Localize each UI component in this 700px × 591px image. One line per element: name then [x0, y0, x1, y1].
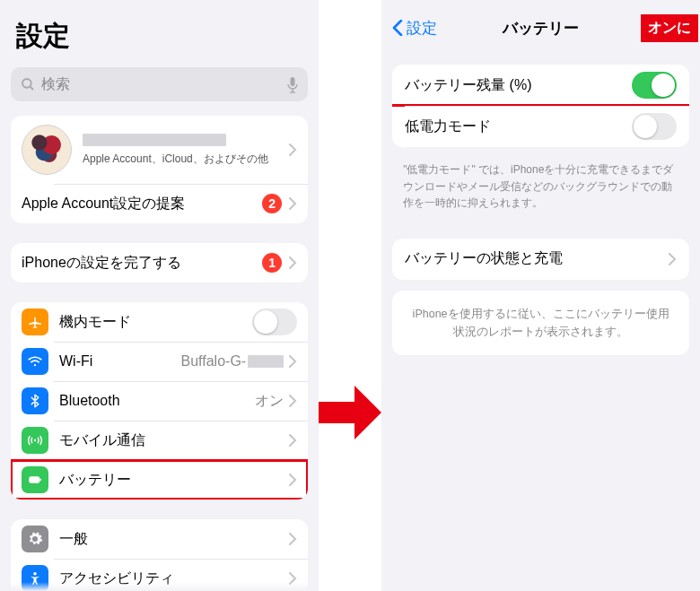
low-power-mode-row[interactable]: 低電力モード: [392, 106, 689, 147]
search-icon: [20, 76, 36, 92]
bluetooth-icon: [22, 387, 48, 414]
chevron-right-icon: [289, 533, 297, 545]
wifi-value: Buffalo-G-: [181, 353, 284, 369]
apple-account-row[interactable]: Apple Account、iCloud、およびその他: [11, 116, 308, 184]
general-row[interactable]: 一般: [11, 519, 308, 559]
chevron-right-icon: [289, 256, 297, 269]
svg-line-1: [30, 86, 33, 90]
low-power-mode-footer: "低電力モード" では、iPhoneを十分に充電できるまでダウンロードやメール受…: [381, 158, 700, 228]
badge-count: 2: [262, 194, 282, 213]
connectivity-card: 機内モード Wi-Fi Buffalo-G- Bluetooth オン モバイル…: [11, 302, 308, 500]
step-arrow: [319, 0, 381, 591]
page-title: 設定: [16, 18, 308, 55]
chevron-right-icon: [289, 143, 297, 156]
wifi-row[interactable]: Wi-Fi Buffalo-G-: [11, 342, 308, 381]
low-power-mode-toggle[interactable]: [632, 113, 677, 140]
chevron-right-icon: [289, 355, 297, 368]
airplane-icon: [22, 309, 48, 335]
svg-point-6: [34, 439, 36, 441]
wifi-ssid-redacted: [248, 355, 284, 368]
chevron-right-icon: [289, 474, 297, 486]
svg-rect-8: [39, 479, 41, 482]
badge-count: 1: [262, 253, 282, 273]
chevron-right-icon: [289, 395, 297, 407]
svg-rect-2: [291, 77, 295, 86]
callout-tag-on: オンに: [641, 14, 698, 42]
battery-health-row[interactable]: バッテリーの状態と充電: [392, 239, 689, 280]
battery-row[interactable]: バッテリー: [11, 460, 308, 500]
finish-setup-card: iPhoneの設定を完了する 1: [11, 243, 308, 282]
search-field[interactable]: 検索: [11, 67, 308, 101]
airplane-mode-row[interactable]: 機内モード: [11, 302, 308, 342]
gear-icon: [22, 526, 48, 552]
svg-rect-7: [30, 477, 39, 482]
apple-account-suggestion-row[interactable]: Apple Account設定の提案 2: [11, 184, 308, 223]
svg-point-0: [22, 79, 31, 88]
battery-percentage-toggle[interactable]: [632, 72, 677, 99]
general-card: 一般 アクセシビリティ: [11, 519, 308, 591]
chevron-right-icon: [669, 253, 677, 265]
bluetooth-row[interactable]: Bluetooth オン: [11, 381, 308, 421]
battery-icon: [22, 466, 48, 493]
search-placeholder: 検索: [41, 75, 286, 94]
chevron-right-icon: [289, 197, 297, 210]
microphone-icon[interactable]: [286, 76, 299, 92]
battery-percentage-row[interactable]: バッテリー残量 (%): [392, 65, 689, 106]
svg-point-5: [34, 364, 36, 366]
finish-setup-row[interactable]: iPhoneの設定を完了する 1: [11, 243, 308, 282]
chevron-right-icon: [289, 434, 297, 447]
airplane-toggle[interactable]: [252, 309, 297, 335]
battery-pane: 設定 バッテリー オンに バッテリー残量 (%) 低電力モード "低電力モード"…: [381, 0, 700, 591]
back-button[interactable]: 設定: [392, 18, 437, 39]
wifi-icon: [22, 348, 48, 375]
profile-subtitle: Apple Account、iCloud、およびその他: [83, 152, 289, 167]
battery-usage-placeholder: iPhoneを使用するに従い、ここにバッテリー使用状況のレポートが表示されます。: [392, 291, 689, 355]
antenna-icon: [22, 427, 48, 454]
settings-pane: 設定 検索 Apple Account、iCloud、およびその他 Apple …: [0, 0, 319, 591]
avatar: [22, 125, 72, 175]
svg-point-9: [33, 572, 37, 576]
cellular-row[interactable]: モバイル通信: [11, 421, 308, 460]
profile-name-redacted: [83, 134, 226, 146]
apple-account-card: Apple Account、iCloud、およびその他 Apple Accoun…: [11, 116, 308, 223]
